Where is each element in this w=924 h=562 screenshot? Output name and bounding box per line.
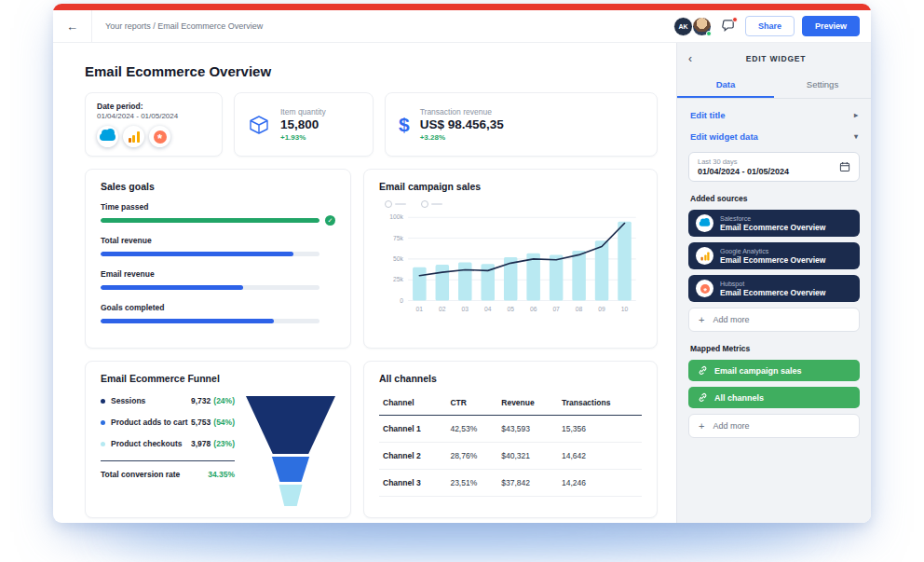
add-source-button[interactable]: Add more (688, 308, 860, 332)
panel-header: EDIT WIDGET (677, 43, 871, 73)
campaign-sales-chart: 025k50k75k100k01020304050607080910 (379, 210, 642, 318)
panel-tabs: Data Settings (677, 73, 871, 99)
plus-icon (699, 420, 704, 432)
svg-text:09: 09 (598, 306, 605, 312)
transaction-revenue-label: Transaction revenue (420, 107, 504, 117)
table-row: Channel 2 28,76% $40,321 14,642 (379, 443, 642, 470)
all-channels-title: All channels (379, 373, 642, 384)
legend-dot (101, 420, 105, 425)
svg-text:10: 10 (621, 306, 629, 312)
svg-text:05: 05 (507, 306, 514, 312)
dollar-icon (399, 114, 410, 136)
item-quantity-card[interactable]: Item quantity 15,800 +1.93% (234, 92, 374, 157)
google-analytics-icon (696, 247, 713, 265)
plus-icon (699, 314, 704, 325)
goal-progress-bar (101, 252, 319, 256)
comments-icon[interactable] (719, 17, 738, 35)
hubspot-icon (149, 126, 170, 147)
col-header: Revenue (497, 394, 558, 416)
goal-row: Time passed (101, 202, 335, 226)
source-badges (97, 126, 211, 147)
col-header: Channel (379, 394, 446, 416)
stat-cards-row: Date period: 01/04/2024 - 01/05/2024 (85, 92, 658, 157)
date-period-card[interactable]: Date period: 01/04/2024 - 01/05/2024 (85, 92, 223, 157)
breadcrumb[interactable]: Your reports / Email Ecommerce Overview (105, 21, 263, 31)
report-canvas: Email Ecommerce Overview Date period: 01… (53, 43, 676, 523)
svg-text:08: 08 (576, 306, 583, 312)
goal-progress-bar (101, 218, 319, 223)
toolbar-right: AK Share Preview (673, 16, 860, 36)
legend-dot (101, 399, 105, 404)
salesforce-icon (97, 126, 118, 147)
toolbar: Your reports / Email Ecommerce Overview … (53, 10, 871, 43)
svg-text:03: 03 (462, 306, 469, 312)
funnel-row: Product checkouts 3,978 (23%) (101, 439, 235, 448)
source-card-salesforce[interactable]: Salesforce Email Ecommerce Overview (688, 210, 860, 237)
back-section (53, 10, 92, 42)
date-range-picker[interactable]: Last 30 days 01/04/2024 - 01/05/2024 (688, 152, 860, 182)
chart-toggle[interactable] (385, 200, 406, 208)
funnel-row: Product adds to cart 5,753 (54%) (101, 418, 235, 427)
tab-data[interactable]: Data (677, 73, 774, 98)
calendar-icon (839, 161, 850, 172)
svg-text:100k: 100k (389, 213, 403, 220)
svg-text:50k: 50k (393, 255, 403, 262)
link-icon (698, 365, 708, 376)
sales-goals-title: Sales goals (101, 181, 335, 192)
source-card-hubspot[interactable]: Hubspot Email Ecommerce Overview (688, 275, 860, 302)
panel-title: EDIT WIDGET (692, 54, 860, 63)
transaction-revenue-value: US$ 98.456,35 (420, 117, 504, 131)
added-sources-label: Added sources (690, 194, 858, 203)
edit-title-row[interactable]: Edit title (677, 99, 871, 120)
col-header: CTR (446, 394, 497, 416)
funnel-legend: Sessions 9,732 (24%) Product adds to car… (101, 394, 235, 506)
email-campaign-sales-widget: Email campaign sales 025k50k75k100k01020… (363, 169, 658, 349)
tab-settings[interactable]: Settings (774, 73, 871, 98)
item-quantity-value: 15,800 (280, 117, 326, 131)
email-campaign-sales-title: Email campaign sales (379, 181, 642, 192)
salesforce-icon (696, 214, 713, 232)
goal-label: Email revenue (101, 269, 335, 279)
source-card-google-analytics[interactable]: Google Analytics Email Ecommerce Overvie… (688, 242, 860, 269)
metric-all-channels[interactable]: All channels (688, 387, 860, 408)
col-header: Transactions (558, 394, 642, 416)
svg-text:75k: 75k (393, 235, 403, 241)
transaction-revenue-card[interactable]: Transaction revenue US$ 98.456,35 +3.28% (385, 92, 658, 157)
goal-row: Total revenue (101, 236, 335, 259)
date-period-label: Date period: (97, 102, 211, 111)
svg-text:06: 06 (530, 306, 537, 312)
channels-table: Channel CTR Revenue Transactions Channel… (379, 394, 642, 497)
goal-row: Email revenue (101, 269, 335, 293)
transaction-revenue-delta: +3.28% (420, 133, 504, 142)
date-period-value: 01/04/2024 - 01/05/2024 (97, 112, 211, 120)
goal-label: Goals completed (101, 303, 335, 312)
date-range-value: 01/04/2024 - 01/05/2024 (698, 167, 789, 176)
preview-button[interactable]: Preview (802, 16, 860, 36)
funnel-widget: Email Ecommerce Funnel Sessions 9,732 (2… (85, 361, 351, 518)
item-quantity-delta: +1.93% (280, 133, 326, 142)
all-channels-widget: All channels Channel CTR Revenue Transac… (363, 361, 658, 518)
total-conversion-value: 34.35% (208, 470, 235, 479)
legend-dot (101, 442, 105, 446)
funnel-stage-sessions (246, 396, 335, 454)
add-metric-button[interactable]: Add more (688, 414, 860, 438)
goal-label: Total revenue (101, 236, 335, 245)
svg-text:04: 04 (484, 306, 492, 312)
item-quantity-label: Item quantity (280, 107, 326, 117)
table-row: Channel 1 42,53% $43,593 15,356 (379, 416, 642, 443)
avatar-photo[interactable] (692, 17, 712, 36)
chevron-down-icon (854, 133, 858, 141)
avatar-initials[interactable]: AK (673, 17, 693, 36)
share-button[interactable]: Share (745, 16, 795, 36)
edit-widget-data-row[interactable]: Edit widget data (677, 120, 871, 142)
notification-dot (732, 17, 738, 22)
svg-text:0: 0 (400, 297, 403, 304)
desktop-background: Your reports / Email Ecommerce Overview … (0, 0, 924, 562)
google-analytics-icon (123, 126, 144, 147)
metric-email-campaign-sales[interactable]: Email campaign sales (688, 360, 860, 381)
goal-progress-bar (101, 319, 319, 323)
back-button[interactable] (66, 21, 78, 33)
chart-toggle[interactable] (421, 200, 442, 208)
funnel-chart (246, 394, 335, 506)
check-icon (325, 215, 335, 226)
